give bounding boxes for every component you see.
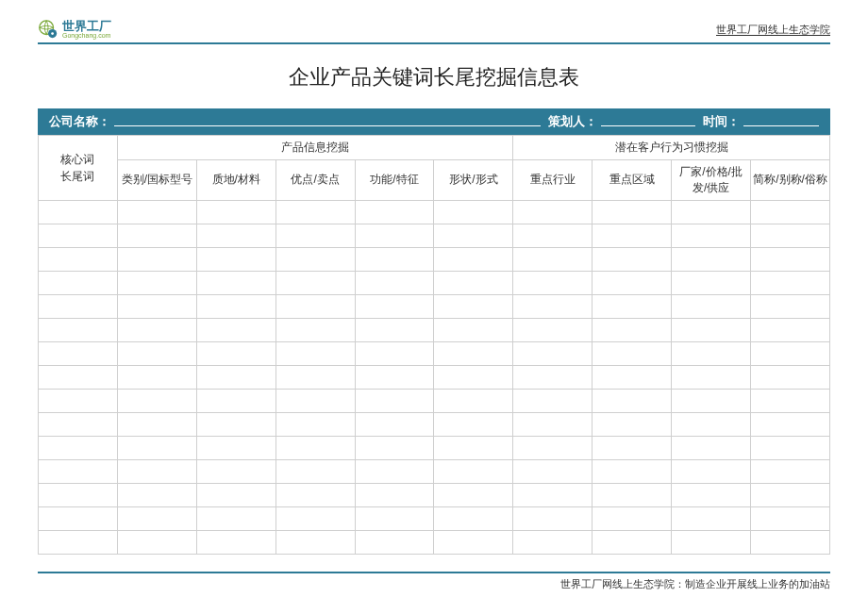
table-cell xyxy=(751,224,830,247)
table-row xyxy=(39,530,830,554)
table-cell xyxy=(593,294,672,318)
table-cell xyxy=(593,318,672,341)
table-cell xyxy=(593,224,672,247)
table-cell xyxy=(434,247,513,271)
table-cell xyxy=(355,389,434,412)
table-cell xyxy=(593,271,672,294)
logo-text: 世界工厂 Gongchang.com xyxy=(62,20,111,39)
table-cell xyxy=(196,200,275,224)
table-cell xyxy=(39,224,118,247)
table-cell xyxy=(593,247,672,271)
table-cell xyxy=(275,412,355,436)
table-cell xyxy=(434,318,513,341)
table-cell xyxy=(275,224,355,247)
table-cell xyxy=(196,247,275,271)
table-cell xyxy=(39,436,118,459)
keyword-table: 核心词 长尾词 产品信息挖掘 潜在客户行为习惯挖掘 类别/国标型号 质地/材料 … xyxy=(38,135,830,555)
col-region: 重点区域 xyxy=(593,160,672,201)
table-row xyxy=(39,271,830,294)
table-cell xyxy=(196,483,275,506)
table-cell xyxy=(117,436,196,459)
table-cell xyxy=(355,341,434,365)
table-cell xyxy=(117,459,196,483)
table-cell xyxy=(275,459,355,483)
table-cell xyxy=(434,530,513,554)
globe-gear-icon xyxy=(38,19,58,40)
table-cell xyxy=(355,436,434,459)
table-cell xyxy=(513,389,593,412)
svg-point-2 xyxy=(51,32,54,35)
table-cell xyxy=(513,247,593,271)
table-cell xyxy=(751,294,830,318)
table-cell xyxy=(39,530,118,554)
table-cell xyxy=(196,459,275,483)
logo-sub-text: Gongchang.com xyxy=(62,32,111,39)
table-cell xyxy=(196,341,275,365)
table-cell xyxy=(196,389,275,412)
table-cell xyxy=(513,436,593,459)
table-cell xyxy=(196,436,275,459)
table-cell xyxy=(39,389,118,412)
table-cell xyxy=(196,271,275,294)
table-cell xyxy=(751,200,830,224)
table-cell xyxy=(672,459,751,483)
table-cell xyxy=(434,200,513,224)
table-cell xyxy=(39,506,118,530)
table-cell xyxy=(275,247,355,271)
table-cell xyxy=(672,483,751,506)
table-cell xyxy=(593,412,672,436)
table-row xyxy=(39,483,830,506)
table-cell xyxy=(672,365,751,389)
table-row xyxy=(39,459,830,483)
table-cell xyxy=(672,318,751,341)
document-title: 企业产品关键词长尾挖掘信息表 xyxy=(38,63,830,91)
table-cell xyxy=(196,224,275,247)
table-cell xyxy=(275,506,355,530)
table-cell xyxy=(672,506,751,530)
logo-main-text: 世界工厂 xyxy=(62,20,111,32)
table-cell xyxy=(117,294,196,318)
table-cell xyxy=(275,483,355,506)
table-cell xyxy=(196,412,275,436)
table-cell xyxy=(117,247,196,271)
table-cell xyxy=(355,530,434,554)
table-cell xyxy=(39,318,118,341)
table-cell xyxy=(593,506,672,530)
planner-label: 策划人： xyxy=(548,113,597,130)
table-cell xyxy=(117,341,196,365)
table-cell xyxy=(751,389,830,412)
table-cell xyxy=(275,318,355,341)
table-cell xyxy=(513,412,593,436)
col-category: 类别/国标型号 xyxy=(117,160,196,201)
table-cell xyxy=(593,389,672,412)
table-cell xyxy=(355,271,434,294)
table-cell xyxy=(513,459,593,483)
table-cell xyxy=(39,200,118,224)
table-row xyxy=(39,506,830,530)
table-cell xyxy=(355,506,434,530)
table-cell xyxy=(196,318,275,341)
table-cell xyxy=(434,412,513,436)
table-cell xyxy=(275,200,355,224)
page-footer: 世界工厂网线上生态学院：制造企业开展线上业务的加油站 xyxy=(38,572,830,591)
table-cell xyxy=(751,247,830,271)
table-cell xyxy=(593,200,672,224)
table-cell xyxy=(434,389,513,412)
table-cell xyxy=(672,200,751,224)
table-cell xyxy=(672,389,751,412)
table-cell xyxy=(39,412,118,436)
table-cell xyxy=(275,341,355,365)
table-cell xyxy=(672,341,751,365)
table-cell xyxy=(593,365,672,389)
table-cell xyxy=(513,294,593,318)
info-bar: 公司名称： 策划人： 时间： xyxy=(38,108,830,135)
column-header-row: 类别/国标型号 质地/材料 优点/卖点 功能/特征 形状/形式 重点行业 重点区… xyxy=(39,160,830,201)
table-cell xyxy=(513,200,593,224)
table-cell xyxy=(751,483,830,506)
table-cell xyxy=(672,530,751,554)
col-alias: 简称/别称/俗称 xyxy=(751,160,830,201)
table-cell xyxy=(513,224,593,247)
table-cell xyxy=(751,412,830,436)
table-row xyxy=(39,436,830,459)
company-label: 公司名称： xyxy=(49,113,110,130)
